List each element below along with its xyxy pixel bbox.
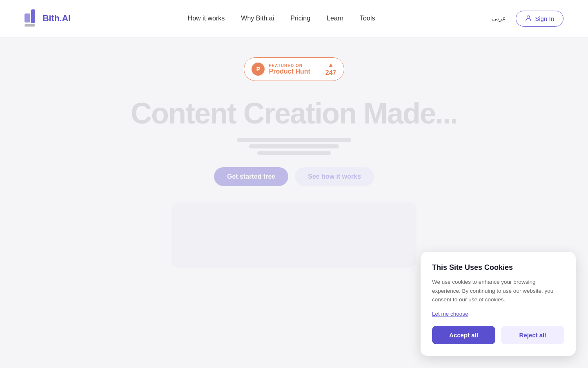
ph-count: 247	[325, 69, 336, 76]
language-button[interactable]: عربي	[492, 15, 506, 22]
nav-why-bith[interactable]: Why Bith.ai	[241, 15, 274, 22]
cookie-title: This Site Uses Cookies	[432, 263, 564, 272]
ph-divider	[318, 63, 318, 75]
main-nav: How it works Why Bith.ai Pricing Learn T…	[188, 15, 375, 22]
cta-primary-button[interactable]: Get started free	[214, 167, 288, 186]
user-icon	[525, 15, 532, 22]
cookie-action-buttons: Accept all Reject all	[432, 326, 564, 344]
svg-rect-0	[24, 13, 30, 22]
svg-rect-2	[24, 24, 35, 27]
hero-subtitle	[237, 138, 351, 155]
ph-icon: P	[252, 63, 265, 76]
product-hunt-badge[interactable]: P FEATURED ON Product Hunt ▲ 247	[244, 57, 344, 81]
svg-point-3	[527, 16, 530, 19]
subtitle-line-3	[257, 151, 331, 155]
sign-in-button[interactable]: Sign In	[516, 11, 564, 27]
cookie-body: We use cookies to enhance your browsing …	[432, 278, 564, 304]
accept-all-button[interactable]: Accept all	[432, 326, 495, 344]
header: Bith.AI How it works Why Bith.ai Pricing…	[0, 0, 588, 37]
reject-all-button[interactable]: Reject all	[501, 326, 564, 344]
hero-title: Content Creation Made...	[131, 97, 457, 130]
cta-secondary-button[interactable]: See how it works	[295, 167, 374, 186]
hero-preview	[172, 202, 416, 268]
nav-how-it-works[interactable]: How it works	[188, 15, 225, 22]
nav-tools[interactable]: Tools	[360, 15, 375, 22]
ph-product-hunt-label: Product Hunt	[269, 68, 310, 75]
svg-rect-1	[31, 9, 35, 23]
let-me-choose-button[interactable]: Let me choose	[432, 311, 468, 317]
header-right: عربي Sign In	[492, 11, 564, 27]
subtitle-line-2	[249, 144, 339, 148]
ph-vote-count: ▲ 247	[325, 62, 336, 76]
logo[interactable]: Bith.AI	[24, 9, 71, 27]
subtitle-line-1	[237, 138, 351, 142]
hero-section: P FEATURED ON Product Hunt ▲ 247 Content…	[0, 37, 588, 284]
logo-icon	[24, 9, 39, 27]
ph-arrow-icon: ▲	[327, 62, 334, 68]
nav-learn[interactable]: Learn	[327, 15, 343, 22]
nav-pricing[interactable]: Pricing	[290, 15, 310, 22]
cta-buttons: Get started free See how it works	[214, 167, 374, 186]
ph-featured-label: FEATURED ON	[269, 63, 310, 68]
cookie-banner: This Site Uses Cookies We use cookies to…	[421, 252, 576, 356]
ph-text: FEATURED ON Product Hunt	[269, 63, 310, 75]
logo-text: Bith.AI	[42, 13, 71, 24]
